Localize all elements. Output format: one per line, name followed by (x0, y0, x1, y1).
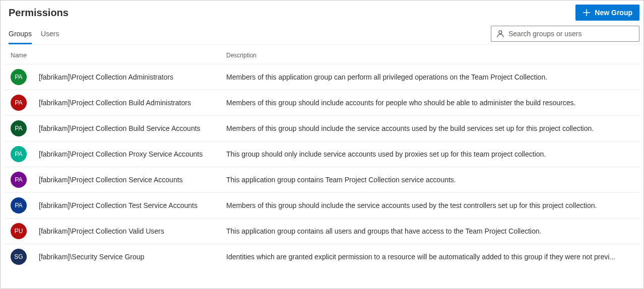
group-name: [fabrikam]\Security Service Group (39, 253, 226, 261)
group-description: Members of this group should include the… (226, 201, 635, 209)
persona-coin: PA (11, 69, 27, 85)
persona-coin: SG (11, 249, 27, 265)
group-description: Members of this group should include acc… (226, 99, 635, 107)
table-row[interactable]: PA[fabrikam]\Project Collection Build Se… (5, 115, 639, 141)
groups-table: Name Description PA[fabrikam]\Project Co… (1, 45, 643, 269)
group-name: [fabrikam]\Project Collection Proxy Serv… (39, 150, 226, 158)
plus-icon (583, 9, 591, 17)
table-row[interactable]: PA[fabrikam]\Project Collection Service … (5, 167, 639, 192)
group-name: [fabrikam]\Project Collection Build Admi… (39, 99, 226, 107)
persona-coin: PU (11, 223, 27, 239)
group-name: [fabrikam]\Project Collection Valid User… (39, 227, 226, 235)
table-header: Name Description (5, 45, 639, 64)
table-row[interactable]: PA[fabrikam]\Project Collection Build Ad… (5, 90, 639, 115)
search-input[interactable] (508, 30, 634, 38)
persona-coin: PA (11, 146, 27, 162)
persona-coin: PA (11, 120, 27, 136)
column-header-description[interactable]: Description (226, 52, 635, 59)
group-description: Members of this application group can pe… (226, 73, 635, 81)
table-row[interactable]: PA[fabrikam]\Project Collection Proxy Se… (5, 141, 639, 167)
table-row[interactable]: PA[fabrikam]\Project Collection Test Ser… (5, 192, 639, 218)
persona-coin: PA (11, 95, 27, 111)
search-box[interactable] (491, 26, 639, 42)
new-group-button[interactable]: New Group (575, 5, 639, 21)
group-description: Identities which are granted explicit pe… (226, 253, 635, 261)
page-title: Permissions (9, 7, 69, 19)
group-name: [fabrikam]\Project Collection Test Servi… (39, 201, 226, 209)
persona-coin: PA (11, 197, 27, 213)
person-search-icon (496, 30, 504, 38)
group-name: [fabrikam]\Project Collection Build Serv… (39, 124, 226, 132)
persona-coin: PA (11, 172, 27, 188)
svg-point-0 (499, 31, 502, 34)
group-description: This application group contains all user… (226, 227, 635, 235)
tabs: GroupsUsers (9, 23, 59, 44)
tab-users[interactable]: Users (41, 25, 59, 44)
group-description: Members of this group should include the… (226, 124, 635, 132)
table-row[interactable]: PA[fabrikam]\Project Collection Administ… (5, 64, 639, 90)
group-description: This group should only include service a… (226, 150, 635, 158)
group-description: This application group contains Team Pro… (226, 176, 635, 184)
table-row[interactable]: SG[fabrikam]\Security Service GroupIdent… (5, 244, 639, 269)
table-row[interactable]: PU[fabrikam]\Project Collection Valid Us… (5, 218, 639, 244)
group-name: [fabrikam]\Project Collection Service Ac… (39, 176, 226, 184)
new-group-button-label: New Group (595, 9, 632, 17)
group-name: [fabrikam]\Project Collection Administra… (39, 73, 226, 81)
tab-groups[interactable]: Groups (9, 25, 32, 44)
column-header-name[interactable]: Name (11, 52, 226, 59)
